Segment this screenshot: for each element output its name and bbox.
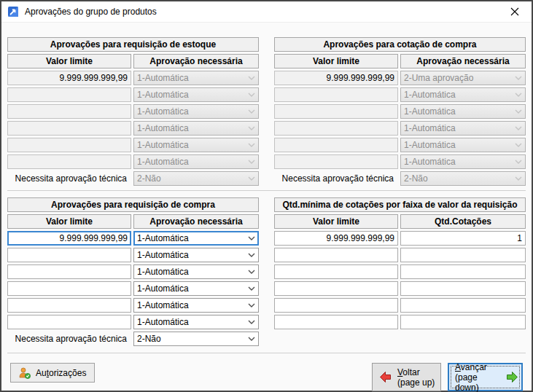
close-icon: [510, 7, 519, 16]
chevron-down-icon: [248, 320, 255, 324]
table-row: 1-Automática: [7, 121, 259, 136]
valor-limite-input[interactable]: [7, 315, 131, 329]
chevron-down-icon: [248, 286, 255, 291]
combo-value: 2-Não: [137, 334, 248, 344]
qtd-cotacoes-input[interactable]: [400, 281, 526, 296]
aprovacao-necessaria-select: 1-Automática: [133, 121, 259, 136]
col-header-valor-limite: Valor limite: [7, 214, 131, 229]
chevron-down-icon: [248, 176, 255, 181]
close-button[interactable]: [498, 1, 532, 22]
valor-limite-input[interactable]: [274, 298, 398, 313]
arrow-left-icon: [379, 371, 392, 383]
table-row: 1-Automática: [274, 138, 526, 152]
chevron-down-icon: [515, 176, 522, 181]
valor-limite-input[interactable]: [274, 231, 398, 246]
table-row: 1-Automática: [7, 87, 259, 102]
bottom-panels-row: Aprovações para requisição de compra Val…: [7, 197, 526, 346]
aprovacao-necessaria-select: 1-Automática: [400, 104, 526, 119]
aprovacao-necessaria-select[interactable]: 1-Automática: [133, 315, 259, 329]
combo-value: 2-Não: [404, 173, 515, 184]
combo-value: 1-Automática: [137, 73, 248, 83]
valor-limite-input: [7, 138, 131, 152]
valor-limite-input[interactable]: [7, 231, 131, 246]
col-header-aprovacao: Aprovação necessária: [400, 54, 526, 68]
valor-limite-input: [274, 121, 398, 136]
panel-title: Aprovações para cotação de compra: [274, 37, 526, 52]
table-row: 1-Automática: [7, 298, 259, 313]
column-headers: Valor limite Aprovação necessária: [7, 54, 259, 68]
table-row: 1-Automática: [7, 248, 259, 262]
chevron-down-icon: [248, 109, 255, 114]
valor-limite-input[interactable]: [274, 264, 398, 279]
qtd-cotacoes-input[interactable]: [400, 315, 526, 329]
panel-aprovacoes-estoque: Aprovações para requisição de estoque Va…: [7, 37, 259, 186]
qtd-cotacoes-input[interactable]: [400, 264, 526, 279]
combo-value: 1-Automática: [137, 157, 248, 167]
chevron-down-icon: [248, 337, 255, 341]
avancar-label: Avançar (page down): [455, 362, 502, 392]
combo-value: 1-Automática: [404, 140, 515, 150]
valor-limite-input: [7, 71, 131, 85]
column-headers: Valor limite Aprovação necessária: [274, 54, 526, 68]
aprovacao-necessaria-select[interactable]: 1-Automática: [133, 281, 259, 296]
combo-value: 1-Automática: [137, 317, 248, 327]
combo-value: 1-Automática: [137, 267, 248, 277]
combo-value: 1-Automática: [137, 90, 248, 100]
aprovacao-necessaria-select[interactable]: 1-Automática: [133, 298, 259, 313]
autorizacoes-button[interactable]: Autorizações: [10, 363, 95, 383]
valor-limite-input[interactable]: [274, 248, 398, 262]
table-row: 1-Automática: [274, 154, 526, 169]
aprovacao-necessaria-select[interactable]: 1-Automática: [133, 264, 259, 279]
table-row: 1-Automática: [7, 138, 259, 152]
chevron-down-icon: [248, 303, 255, 307]
aprovacao-necessaria-select[interactable]: 1-Automática: [133, 248, 259, 262]
tech-approval-label: Necessita aprovação técnica: [7, 171, 131, 186]
tech-approval-row: Necessita aprovação técnica 2-Não: [7, 332, 259, 346]
table-row: 2-Uma aprovação: [274, 71, 526, 85]
avancar-button[interactable]: Avançar (page down): [448, 363, 523, 391]
valor-limite-input[interactable]: [7, 281, 131, 296]
aprovacao-necessaria-select[interactable]: 1-Automática: [133, 231, 259, 246]
valor-limite-input[interactable]: [274, 281, 398, 296]
chevron-down-icon: [515, 143, 522, 147]
table-row: 1-Automática: [274, 121, 526, 136]
chevron-down-icon: [248, 270, 255, 274]
table-row: 1-Automática: [7, 264, 259, 279]
panel-qtd-cotacoes: Qtd.mínima de cotações por faixa de valo…: [274, 197, 526, 346]
footer-bar: Autorizações Voltar (page up) Avançar (p…: [7, 353, 526, 391]
valor-limite-input[interactable]: [274, 315, 398, 329]
chevron-down-icon: [248, 160, 255, 164]
voltar-button[interactable]: Voltar (page up): [372, 363, 441, 391]
tech-approval-label: Necessita aprovação técnica: [274, 171, 398, 186]
qtd-cotacoes-input[interactable]: [400, 231, 526, 246]
valor-limite-input: [274, 104, 398, 119]
table-row: 1-Automática: [7, 315, 259, 329]
title-bar: Aprovações do grupo de produtos: [1, 1, 532, 23]
combo-value: 2-Uma aprovação: [404, 73, 515, 83]
chevron-down-icon: [515, 160, 522, 164]
chevron-down-icon: [515, 93, 522, 97]
voltar-label: Voltar (page up): [397, 367, 435, 388]
valor-limite-input[interactable]: [7, 264, 131, 279]
valor-limite-input: [7, 154, 131, 169]
valor-limite-input: [274, 138, 398, 152]
table-row: 1-Automática: [7, 281, 259, 296]
column-headers: Valor limite Aprovação necessária: [7, 214, 259, 229]
column-headers: Valor limite Qtd.Cotações: [274, 214, 526, 229]
qtd-cotacoes-input[interactable]: [400, 248, 526, 262]
aprovacao-necessaria-select: 1-Automática: [133, 154, 259, 169]
valor-limite-input[interactable]: [7, 248, 131, 262]
tech-approval-select[interactable]: 2-Não: [133, 332, 259, 346]
combo-value: 1-Automática: [137, 140, 248, 150]
panel-title: Aprovações para requisição de compra: [7, 197, 259, 212]
aprovacao-necessaria-select: 1-Automática: [400, 87, 526, 102]
combo-value: 1-Automática: [404, 90, 515, 100]
tech-approval-row: Necessita aprovação técnica 2-Não: [274, 171, 526, 186]
tech-approval-select: 2-Não: [133, 171, 259, 186]
combo-value: 1-Automática: [404, 157, 515, 167]
valor-limite-input: [7, 87, 131, 102]
valor-limite-input[interactable]: [7, 298, 131, 313]
chevron-down-icon: [515, 109, 522, 114]
qtd-cotacoes-input[interactable]: [400, 298, 526, 313]
dialog-window: Aprovações do grupo de produtos Aprovaçõ…: [0, 0, 533, 392]
